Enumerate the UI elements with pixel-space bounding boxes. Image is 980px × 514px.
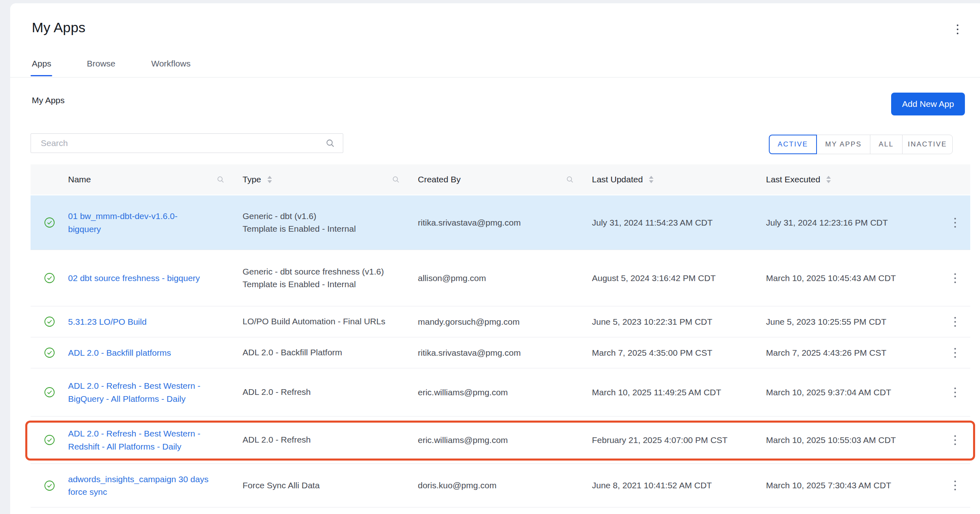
row-kebab-menu-button[interactable]: [949, 433, 962, 448]
app-type: Generic - dbt (v1.6) Template is Enabled…: [243, 210, 418, 235]
table-header-row: Name Type: [31, 164, 970, 195]
app-type: Generic - dbt source freshness (v1.6) Te…: [243, 266, 418, 290]
column-header-type[interactable]: Type: [243, 175, 418, 184]
table-row-annotated: ADL 2.0 - Refresh - Best Western - Redsh…: [31, 417, 970, 464]
search-field: [31, 133, 343, 153]
app-name-link[interactable]: adwords_insights_campaign 30 days force …: [68, 473, 208, 498]
last-executed: June 5, 2023 10:25:55 PM CDT: [766, 317, 940, 327]
created-by: ritika.srivastava@pmg.com: [418, 218, 592, 228]
table-row: 02 dbt source freshness - bigquery Gener…: [31, 250, 970, 306]
column-header-created-by[interactable]: Created By: [418, 175, 592, 184]
active-tab-underline: [31, 75, 52, 76]
section-title: My Apps: [32, 95, 65, 105]
last-executed: March 10, 2025 7:30:43 AM CDT: [766, 481, 940, 490]
last-executed: March 7, 2025 4:43:26 PM CST: [766, 348, 940, 358]
created-by: ritika.srivastava@pmg.com: [418, 348, 592, 358]
column-label: Type: [243, 175, 261, 184]
apps-table: Name Type: [31, 164, 970, 507]
page-kebab-menu-button[interactable]: [951, 22, 964, 37]
app-type: LO/PO Build Automation - Final URLs: [243, 315, 418, 328]
kebab-vertical-icon: [957, 24, 958, 34]
created-by: eric.williams@pmg.com: [418, 388, 592, 397]
last-updated: March 7, 2025 4:35:00 PM CST: [592, 348, 766, 358]
column-label: Last Executed: [766, 175, 820, 184]
tab-apps[interactable]: Apps: [32, 59, 51, 69]
status-active-check-circle-icon: [44, 217, 55, 228]
app-name-link[interactable]: ADL 2.0 - Refresh - Best Western - BigQu…: [68, 379, 200, 405]
last-updated: August 5, 2024 3:16:42 PM CDT: [592, 273, 766, 283]
filter-my-apps-button[interactable]: MY APPS: [817, 135, 870, 154]
column-header-name[interactable]: Name: [68, 175, 243, 184]
filter-inactive-button[interactable]: INACTIVE: [902, 135, 953, 154]
created-by: allison@pmg.com: [418, 273, 592, 283]
app-type: ADL 2.0 - Backfill Platform: [243, 346, 418, 359]
sort-icon[interactable]: [267, 175, 272, 184]
app-type: ADL 2.0 - Refresh: [243, 386, 418, 398]
column-label: Name: [68, 175, 91, 184]
status-active-check-circle-icon: [44, 273, 55, 284]
created-by: doris.kuo@pmg.com: [418, 481, 592, 490]
row-kebab-menu-button[interactable]: [949, 478, 962, 493]
search-icon[interactable]: [392, 175, 400, 184]
app-name-link[interactable]: 02 dbt source freshness - bigquery: [68, 272, 200, 285]
search-icon: [325, 138, 335, 148]
app-type: ADL 2.0 - Refresh: [243, 434, 418, 446]
app-type: Force Sync Alli Data: [243, 479, 418, 492]
app-name-link[interactable]: 01 bw_mmm-dbt-dev-v1.6.0- bigquery: [68, 210, 177, 235]
page-title: My Apps: [32, 20, 86, 35]
app-name-link[interactable]: ADL 2.0 - Refresh - Best Western - Redsh…: [68, 427, 200, 453]
column-label: Last Updated: [592, 175, 643, 184]
status-active-check-circle-icon: [44, 480, 55, 491]
sort-icon[interactable]: [826, 175, 831, 184]
search-input[interactable]: [31, 133, 343, 153]
last-executed: March 10, 2025 9:37:04 AM CDT: [766, 388, 940, 397]
sort-icon[interactable]: [649, 175, 654, 184]
tab-browse[interactable]: Browse: [87, 59, 115, 69]
main-card: My Apps Apps Browse Workflows My Apps Ad…: [10, 3, 980, 514]
add-new-app-button[interactable]: Add New App: [891, 93, 965, 115]
app-name-link[interactable]: ADL 2.0 - Backfill platforms: [68, 346, 171, 359]
row-kebab-menu-button[interactable]: [949, 215, 962, 230]
status-active-check-circle-icon: [44, 434, 55, 445]
table-row: 5.31.23 LO/PO Build LO/PO Build Automati…: [31, 306, 970, 337]
row-kebab-menu-button[interactable]: [949, 346, 962, 360]
last-executed: March 10, 2025 10:55:03 AM CDT: [766, 435, 940, 445]
table-row: 01 bw_mmm-dbt-dev-v1.6.0- bigquery Gener…: [31, 195, 970, 250]
filter-active-button[interactable]: ACTIVE: [769, 135, 817, 154]
search-icon[interactable]: [216, 175, 225, 184]
app-name-link[interactable]: 5.31.23 LO/PO Build: [68, 315, 147, 328]
column-header-last-updated[interactable]: Last Updated: [592, 175, 766, 184]
row-kebab-menu-button[interactable]: [949, 385, 962, 400]
row-kebab-menu-button[interactable]: [949, 315, 962, 329]
filter-segmented-control: ACTIVE MY APPS ALL INACTIVE: [769, 135, 953, 154]
tab-workflows[interactable]: Workflows: [151, 59, 190, 69]
search-icon[interactable]: [566, 175, 574, 184]
status-active-check-circle-icon: [44, 316, 55, 327]
created-by: eric.williams@pmg.com: [418, 435, 592, 445]
last-updated: June 8, 2021 10:41:52 AM CDT: [592, 481, 766, 490]
last-updated: February 21, 2025 4:07:00 PM CST: [592, 435, 766, 445]
column-label: Created By: [418, 175, 461, 184]
last-executed: March 10, 2025 10:45:43 AM CDT: [766, 273, 940, 283]
table-row: adwords_insights_campaign 30 days force …: [31, 464, 970, 507]
last-updated: June 5, 2023 10:22:31 PM CDT: [592, 317, 766, 327]
tab-bar: Apps Browse Workflows: [10, 59, 980, 78]
filter-all-button[interactable]: ALL: [870, 135, 903, 154]
table-row: ADL 2.0 - Backfill platforms ADL 2.0 - B…: [31, 337, 970, 368]
status-active-check-circle-icon: [44, 347, 55, 358]
last-updated: March 10, 2025 11:49:25 AM CDT: [592, 388, 766, 397]
table-row: ADL 2.0 - Refresh - Best Western - BigQu…: [31, 368, 970, 417]
created-by: mandy.gorsuch@pmg.com: [418, 317, 592, 327]
status-active-check-circle-icon: [44, 387, 55, 398]
last-updated: July 31, 2024 11:54:23 AM CDT: [592, 218, 766, 228]
divider: [10, 77, 980, 78]
column-header-last-executed[interactable]: Last Executed: [766, 175, 940, 184]
last-executed: July 31, 2024 12:23:16 PM CDT: [766, 218, 940, 228]
row-kebab-menu-button[interactable]: [949, 271, 962, 286]
